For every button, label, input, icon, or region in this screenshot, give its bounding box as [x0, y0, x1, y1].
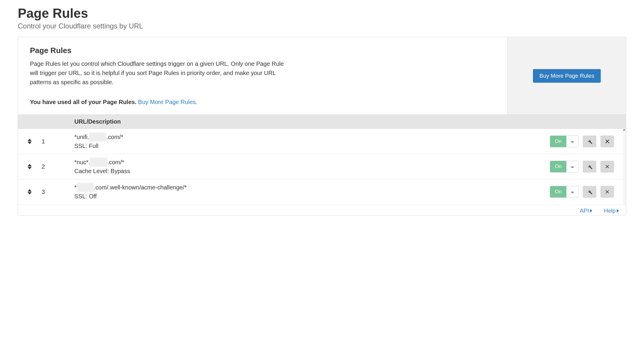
rule-row: 2 *nuc*.xxxxx.com/* Cache Level: Bypass …: [18, 154, 626, 179]
card-footer: API Help: [18, 204, 626, 215]
close-icon: [604, 189, 610, 195]
rule-body: *nuc*.xxxxx.com/* Cache Level: Bypass: [51, 158, 550, 176]
rule-toggle[interactable]: On ◂▸: [550, 161, 579, 173]
close-icon: [604, 164, 610, 170]
quota-suffix: .: [196, 99, 198, 105]
buy-more-button[interactable]: Buy More Page Rules: [533, 69, 601, 83]
help-link[interactable]: Help: [604, 208, 619, 214]
redacted-text: xxxxx: [90, 158, 107, 167]
rule-index: 2: [36, 163, 51, 170]
rule-toggle[interactable]: On ◂▸: [550, 186, 579, 198]
rule-url-prefix: *unifi.: [74, 134, 89, 140]
page-title: Page Rules: [18, 6, 626, 21]
rule-description: Cache Level: Bypass: [74, 167, 550, 176]
api-link[interactable]: API: [580, 208, 592, 214]
rule-row: 1 *unifi.xxxxx.com/* SSL: Full On ◂▸: [18, 129, 626, 154]
rule-url: *unifi.xxxxx.com/*: [74, 133, 550, 141]
edit-button[interactable]: [583, 161, 596, 173]
rule-toggle[interactable]: On ◂▸: [550, 135, 579, 147]
sort-handle[interactable]: [25, 189, 34, 194]
sort-up-icon: [28, 164, 32, 166]
sort-down-icon: [28, 167, 32, 169]
sort-handle[interactable]: [25, 139, 34, 144]
rule-url-prefix: *nuc*.: [74, 159, 90, 165]
delete-button[interactable]: [600, 186, 614, 198]
rule-url-prefix: *: [74, 184, 77, 191]
redacted-text: xxxxx: [77, 183, 94, 192]
card-side: Buy More Page Rules: [507, 37, 626, 114]
rule-actions: On ◂▸: [550, 135, 614, 147]
wrench-icon: [587, 164, 592, 170]
sort-up-icon: [28, 189, 32, 192]
toggle-off-icon: ◂▸: [566, 186, 578, 197]
rule-actions: On ◂▸: [550, 186, 614, 198]
rule-body: *xxxxx.com/.well-known/acme-challenge/* …: [51, 183, 550, 201]
sort-handle[interactable]: [25, 164, 34, 169]
edit-button[interactable]: [583, 135, 596, 147]
sort-down-icon: [28, 192, 32, 194]
caret-right-icon: [617, 209, 619, 213]
redacted-text: xxxxx: [89, 133, 106, 141]
quota-line: You have used all of your Page Rules. Bu…: [30, 99, 496, 106]
rule-url: *nuc*.xxxxx.com/*: [74, 158, 550, 167]
buy-more-link-inline[interactable]: Buy More Page Rules: [138, 99, 196, 105]
rule-row: 3 *xxxxx.com/.well-known/acme-challenge/…: [18, 179, 626, 204]
edit-button[interactable]: [583, 186, 596, 198]
sort-down-icon: [28, 142, 32, 144]
rules-list: 1 *unifi.xxxxx.com/* SSL: Full On ◂▸: [18, 129, 626, 204]
close-icon: [604, 138, 610, 144]
toggle-on-label: On: [550, 161, 566, 172]
table-header: URL/Description: [18, 114, 626, 129]
card-description: Page Rules let you control which Cloudfl…: [30, 59, 291, 87]
help-link-label: Help: [604, 208, 616, 214]
wrench-icon: [587, 189, 592, 195]
delete-button[interactable]: [600, 135, 614, 147]
rule-index: 1: [36, 138, 51, 145]
rule-description: SSL: Off: [74, 192, 550, 201]
rule-url: *xxxxx.com/.well-known/acme-challenge/*: [74, 183, 550, 192]
rule-url-suffix: .com/*: [107, 159, 124, 165]
toggle-on-label: On: [550, 186, 566, 197]
rule-url-suffix: .com/*: [106, 134, 123, 140]
scrollbar[interactable]: [623, 129, 626, 204]
page-rules-card: Page Rules Page Rules let you control wh…: [18, 37, 626, 216]
card-top: Page Rules Page Rules let you control wh…: [18, 37, 626, 114]
scroll-up-icon: [623, 129, 626, 131]
card-heading: Page Rules: [30, 46, 496, 55]
rule-body: *unifi.xxxxx.com/* SSL: Full: [51, 133, 550, 150]
toggle-off-icon: ◂▸: [566, 161, 578, 172]
page-subtitle: Control your Cloudflare settings by URL: [18, 22, 626, 30]
toggle-on-label: On: [550, 136, 566, 147]
wrench-icon: [587, 138, 592, 144]
rule-actions: On ◂▸: [550, 161, 614, 173]
caret-right-icon: [590, 209, 592, 213]
quota-text: You have used all of your Page Rules.: [30, 99, 137, 105]
toggle-off-icon: ◂▸: [566, 136, 578, 147]
api-link-label: API: [580, 208, 589, 214]
card-main: Page Rules Page Rules let you control wh…: [18, 37, 507, 114]
rule-index: 3: [36, 189, 51, 195]
delete-button[interactable]: [600, 161, 614, 173]
rule-description: SSL: Full: [74, 141, 550, 150]
rule-url-suffix: .com/.well-known/acme-challenge/*: [94, 184, 187, 191]
sort-up-icon: [28, 139, 32, 141]
